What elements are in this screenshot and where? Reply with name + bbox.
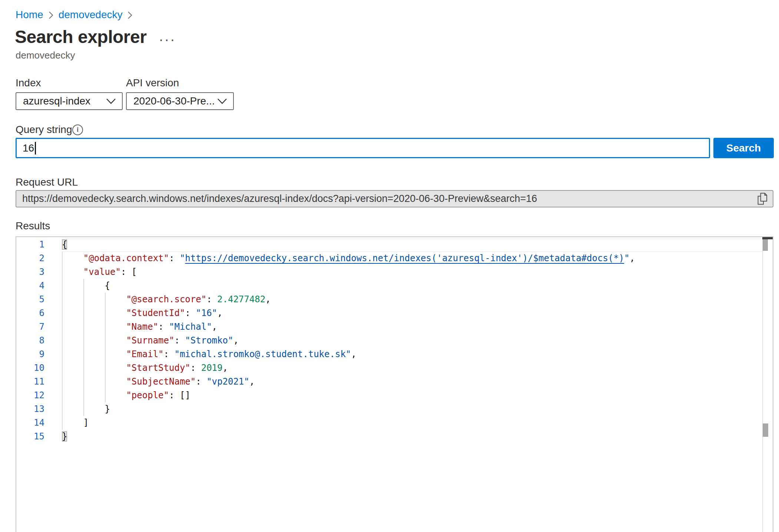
line-number: 11 bbox=[16, 375, 62, 389]
line-number: 1 bbox=[16, 238, 62, 252]
breadcrumb-link-demovedecky[interactable]: demovedecky bbox=[59, 9, 123, 21]
more-options-icon[interactable]: ··· bbox=[159, 31, 176, 48]
code-token: } bbox=[105, 404, 110, 414]
code-line: 7"Name": "Michal", bbox=[16, 320, 773, 334]
code-line: 11"SubjectName": "vp2021", bbox=[16, 375, 773, 389]
code-line: 14] bbox=[16, 416, 773, 430]
code-line: 5"@search.score": 2.4277482, bbox=[16, 293, 773, 306]
code-token: { bbox=[105, 280, 110, 291]
scrollbar-track bbox=[762, 237, 763, 532]
line-number: 14 bbox=[16, 416, 62, 430]
code-line: 9"Email": "michal.stromko@.student.tuke.… bbox=[16, 348, 773, 361]
breadcrumb: Home demovedecky bbox=[16, 9, 137, 21]
code-token: "16" bbox=[196, 308, 217, 318]
code-token: } bbox=[62, 431, 67, 442]
code-token: "michal.stromko@.student.tuke.sk" bbox=[174, 349, 351, 359]
code-token: "@search.score" bbox=[126, 294, 206, 305]
indent-guide bbox=[62, 334, 83, 348]
indent-guide bbox=[83, 279, 105, 293]
code-area: 1{2"@odata.context": "https://demovedeck… bbox=[16, 237, 773, 443]
indent-guide bbox=[83, 402, 105, 416]
code-token: "Name" bbox=[126, 322, 158, 332]
code-token: , bbox=[351, 349, 356, 359]
indent-guide bbox=[83, 293, 105, 306]
indent-guide bbox=[83, 306, 105, 320]
indent-guide bbox=[83, 334, 105, 348]
code-line: 8"Surname": "Stromko", bbox=[16, 334, 773, 348]
line-number: 12 bbox=[16, 389, 62, 402]
copy-icon bbox=[758, 193, 768, 205]
code-token: "Michal" bbox=[169, 322, 212, 332]
page-title: Search explorer bbox=[15, 27, 146, 47]
api-version-select-value: 2020-06-30-Pre... bbox=[133, 95, 215, 107]
indent-guide bbox=[62, 389, 83, 402]
code-line: 4{ bbox=[16, 279, 773, 293]
breadcrumb-link-home[interactable]: Home bbox=[16, 9, 43, 21]
indent-guide bbox=[105, 293, 126, 306]
code-token: "@odata.context" bbox=[83, 253, 169, 263]
query-string-value: 16 bbox=[23, 142, 34, 154]
indent-guide bbox=[62, 320, 83, 334]
code-token: , bbox=[249, 376, 255, 387]
text-caret bbox=[35, 142, 36, 154]
scrollbar-thumb[interactable] bbox=[763, 239, 768, 251]
query-string-input[interactable]: 16 bbox=[16, 138, 710, 158]
indent-guide bbox=[62, 402, 83, 416]
code-token: "Email" bbox=[126, 349, 163, 359]
api-version-label: API version bbox=[126, 77, 179, 89]
indent-guide bbox=[62, 306, 83, 320]
query-string-label: Query string bbox=[16, 124, 72, 136]
code-token: "StudentId" bbox=[126, 308, 185, 318]
code-token: : bbox=[196, 376, 206, 387]
code-line: 1{ bbox=[16, 238, 773, 252]
index-label: Index bbox=[16, 77, 41, 89]
code-token: : bbox=[206, 294, 217, 305]
indent-guide bbox=[62, 361, 83, 375]
results-editor[interactable]: 1{2"@odata.context": "https://demovedeck… bbox=[16, 236, 773, 532]
api-version-select[interactable]: 2020-06-30-Pre... bbox=[126, 92, 234, 110]
indent-guide bbox=[105, 334, 126, 348]
indent-guide bbox=[62, 348, 83, 361]
line-number: 6 bbox=[16, 306, 62, 320]
code-token: : bbox=[158, 322, 169, 332]
code-token: 2019 bbox=[201, 363, 223, 373]
page-subtitle: demovedecky bbox=[16, 50, 75, 61]
index-select-value: azuresql-index bbox=[23, 95, 90, 107]
code-token: " bbox=[624, 253, 629, 263]
indent-guide bbox=[62, 416, 83, 430]
code-token: , bbox=[217, 308, 222, 318]
request-url-field[interactable]: https://demovedecky.search.windows.net/i… bbox=[16, 190, 773, 207]
overview-ruler-bracket-mark bbox=[763, 423, 768, 437]
code-token: : bbox=[190, 363, 201, 373]
code-line: 13} bbox=[16, 402, 773, 416]
chevron-down-icon bbox=[106, 98, 116, 104]
info-icon[interactable]: i bbox=[72, 124, 83, 135]
code-token: "vp2021" bbox=[206, 376, 249, 387]
chevron-right-icon bbox=[127, 11, 132, 19]
code-token: , bbox=[630, 253, 635, 263]
search-button[interactable]: Search bbox=[713, 138, 774, 158]
code-token: : bbox=[169, 253, 180, 263]
line-number: 4 bbox=[16, 279, 62, 293]
indent-guide bbox=[105, 306, 126, 320]
line-number: 15 bbox=[16, 430, 62, 443]
indent-guide bbox=[105, 348, 126, 361]
indent-guide bbox=[105, 389, 126, 402]
indent-guide bbox=[62, 265, 83, 279]
code-line: 3"value": [ bbox=[16, 265, 773, 279]
line-number: 10 bbox=[16, 361, 62, 375]
request-url-value: https://demovedecky.search.windows.net/i… bbox=[22, 193, 754, 205]
code-token: "people" bbox=[126, 390, 169, 400]
code-token: : bbox=[164, 349, 175, 359]
indent-guide bbox=[62, 293, 83, 306]
code-token: " bbox=[180, 253, 185, 263]
copy-button[interactable] bbox=[754, 193, 768, 205]
code-token: 2.4277482 bbox=[217, 294, 265, 305]
indent-guide bbox=[83, 375, 105, 389]
code-line: 15} bbox=[16, 430, 773, 443]
index-select[interactable]: azuresql-index bbox=[16, 92, 123, 110]
chevron-down-icon bbox=[217, 98, 227, 104]
code-token: , bbox=[233, 335, 238, 346]
line-number: 9 bbox=[16, 348, 62, 361]
json-link[interactable]: https://demovedecky.search.windows.net/i… bbox=[185, 253, 624, 263]
